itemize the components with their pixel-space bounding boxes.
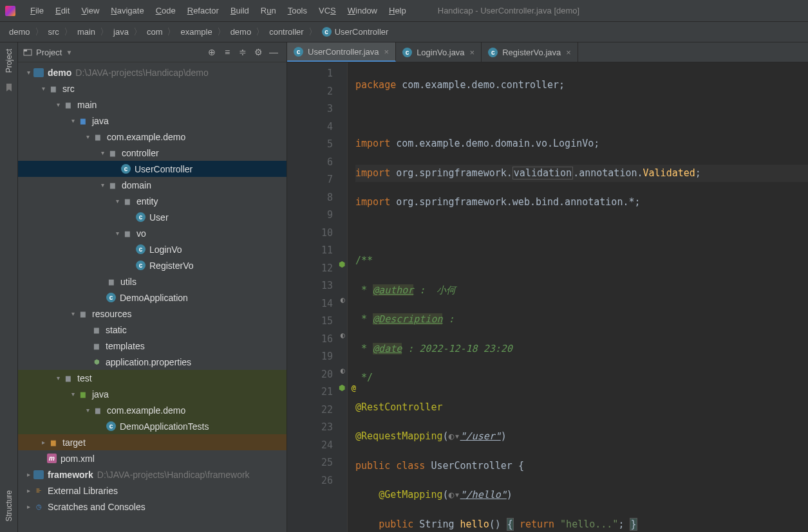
close-icon[interactable]: × <box>384 47 390 57</box>
tab-usercontroller[interactable]: cUserController.java× <box>287 42 396 62</box>
crumb[interactable]: demo <box>9 27 30 37</box>
spring-gutter-icon[interactable]: ⬢ <box>335 260 345 270</box>
select-opened-file-button[interactable]: ⊕ <box>204 44 220 60</box>
endpoint-gutter-icon[interactable]: ◐ <box>335 366 345 376</box>
tree-package[interactable]: ▾▆com.example.demo <box>18 129 287 145</box>
tree-folder-templates[interactable]: ▆templates <box>18 338 287 354</box>
collapse-all-button[interactable]: ≑ <box>235 44 250 60</box>
close-icon[interactable]: × <box>566 48 571 57</box>
chevron-down-icon[interactable]: ▾ <box>69 117 77 124</box>
tree-label: UserController <box>135 164 193 174</box>
chevron-right-icon: 〉 <box>59 26 77 38</box>
chevron-down-icon[interactable]: ▾ <box>69 390 77 398</box>
menu-edit[interactable]: Edit <box>50 6 75 15</box>
menu-window[interactable]: Window <box>342 6 383 15</box>
tree-scratches[interactable]: ▸◷Scratches and Consoles <box>18 499 287 515</box>
editor-area: cUserController.java× cLoginVo.java× cRe… <box>287 42 808 532</box>
crumb[interactable]: src <box>48 27 59 37</box>
tree-folder-entity[interactable]: ▾▆entity <box>18 193 287 209</box>
chevron-down-icon[interactable]: ▾ <box>54 374 62 381</box>
tree-folder-utils[interactable]: ▆utils <box>18 273 287 289</box>
tree-folder-main[interactable]: ▾▆main <box>18 96 287 113</box>
tree-folder-src[interactable]: ▾▆src <box>18 80 287 96</box>
tree-class-usercontroller[interactable]: cUserController <box>18 161 287 177</box>
crumb[interactable]: main <box>77 27 95 37</box>
chevron-down-icon[interactable]: ▾ <box>99 149 106 156</box>
tree-class-registervo[interactable]: cRegisterVo <box>18 257 287 273</box>
tree-folder-controller[interactable]: ▾▆controller <box>18 145 287 161</box>
bookmark-icon[interactable] <box>5 83 14 92</box>
tree-file-appprops[interactable]: ⬢application.properties <box>18 354 287 370</box>
spring-gutter-icon[interactable]: ⬢ <box>335 383 345 394</box>
panel-title[interactable]: Project <box>36 48 62 57</box>
rail-project[interactable]: Project <box>2 42 16 79</box>
menu-run[interactable]: Run <box>255 6 282 15</box>
tree-label: DemoApplication <box>120 293 188 303</box>
settings-button[interactable]: ⚙ <box>250 44 266 60</box>
chevron-down-icon[interactable]: ▼ <box>66 49 72 56</box>
tree-folder-static[interactable]: ▆static <box>18 322 287 338</box>
annotation-gutter-icon[interactable]: @ <box>346 383 356 394</box>
tree-file-pom[interactable]: mpom.xml <box>18 450 287 466</box>
tree-class-demoapp[interactable]: cDemoApplication <box>18 289 287 306</box>
tab-loginvo[interactable]: cLoginVo.java× <box>396 42 482 62</box>
code-lines[interactable]: package com.example.demo.controller; imp… <box>348 62 808 532</box>
tree-class-tests[interactable]: cDemoApplicationTests <box>18 418 287 434</box>
tree-label: utils <box>120 277 136 287</box>
tree-folder-vo[interactable]: ▾▆vo <box>18 225 287 241</box>
crumb[interactable]: UserController <box>335 27 389 37</box>
menu-view[interactable]: View <box>75 6 105 15</box>
tree-folder-java[interactable]: ▾▆java <box>18 113 287 129</box>
menu-refactor[interactable]: Refactor <box>182 6 225 15</box>
crumb[interactable]: java <box>113 27 129 37</box>
tree-folder-target[interactable]: ▸▆target <box>18 434 287 450</box>
chevron-right-icon[interactable]: ▸ <box>39 439 47 446</box>
chevron-down-icon[interactable]: ▾ <box>54 101 62 108</box>
tab-registervo[interactable]: cRegisterVo.java× <box>482 42 578 62</box>
tree-label: test <box>77 373 92 383</box>
chevron-down-icon[interactable]: ▾ <box>113 197 121 205</box>
gutter[interactable]: 12345 678910 1112131415 1619202122 23242… <box>287 62 348 532</box>
chevron-down-icon[interactable]: ▾ <box>113 230 121 237</box>
project-tree[interactable]: ▾ demo D:\JAVA-projects\Handicap\demo ▾▆… <box>18 62 287 532</box>
menu-build[interactable]: Build <box>225 6 255 15</box>
menu-help[interactable]: Help <box>383 6 412 15</box>
tree-class-loginvo[interactable]: cLoginVo <box>18 241 287 257</box>
crumb[interactable]: controller <box>269 27 303 37</box>
chevron-right-icon[interactable]: ▸ <box>24 503 32 510</box>
crumb[interactable]: com <box>147 27 163 37</box>
chevron-down-icon[interactable]: ▾ <box>84 133 91 140</box>
tree-module-framework[interactable]: ▸frameworkD:\JAVA-projects\Handicap\fram… <box>18 466 287 482</box>
tree-external-libraries[interactable]: ▸⊪External Libraries <box>18 482 287 499</box>
minimize-button[interactable]: — <box>266 44 281 60</box>
chevron-down-icon[interactable]: ▾ <box>84 407 91 414</box>
expand-all-button[interactable]: ≡ <box>220 44 235 60</box>
chevron-down-icon[interactable]: ▾ <box>69 310 77 317</box>
tree-folder-test-java[interactable]: ▾▆java <box>18 386 287 402</box>
menu-file[interactable]: File <box>24 6 50 15</box>
close-icon[interactable]: × <box>470 48 475 57</box>
class-icon: c <box>106 421 116 431</box>
endpoint-gutter-icon[interactable]: ◐ <box>335 295 345 306</box>
menu-navigate[interactable]: Navigate <box>105 6 149 15</box>
chevron-right-icon[interactable]: ▸ <box>24 471 32 478</box>
chevron-down-icon[interactable]: ▾ <box>24 69 32 76</box>
tree-class-user[interactable]: cUser <box>18 209 287 225</box>
tree-label: domain <box>122 180 151 190</box>
tree-folder-test[interactable]: ▾▆test <box>18 370 287 386</box>
menu-code[interactable]: Code <box>150 6 182 15</box>
menu-tools[interactable]: Tools <box>282 6 313 15</box>
code-editor[interactable]: 12345 678910 1112131415 1619202122 23242… <box>287 62 808 532</box>
chevron-down-icon[interactable]: ▾ <box>99 181 106 188</box>
menu-vcs[interactable]: VCS <box>313 6 342 15</box>
tree-folder-domain[interactable]: ▾▆domain <box>18 177 287 193</box>
tree-module-demo[interactable]: ▾ demo D:\JAVA-projects\Handicap\demo <box>18 64 287 80</box>
tree-folder-resources[interactable]: ▾▆resources <box>18 306 287 322</box>
tree-package-test[interactable]: ▾▆com.example.demo <box>18 402 287 418</box>
chevron-down-icon[interactable]: ▾ <box>39 85 47 92</box>
endpoint-gutter-icon[interactable]: ◐ <box>335 331 345 341</box>
crumb[interactable]: demo <box>230 27 252 37</box>
rail-structure[interactable]: Structure <box>2 484 16 528</box>
crumb[interactable]: example <box>180 27 212 37</box>
chevron-right-icon[interactable]: ▸ <box>24 487 32 494</box>
